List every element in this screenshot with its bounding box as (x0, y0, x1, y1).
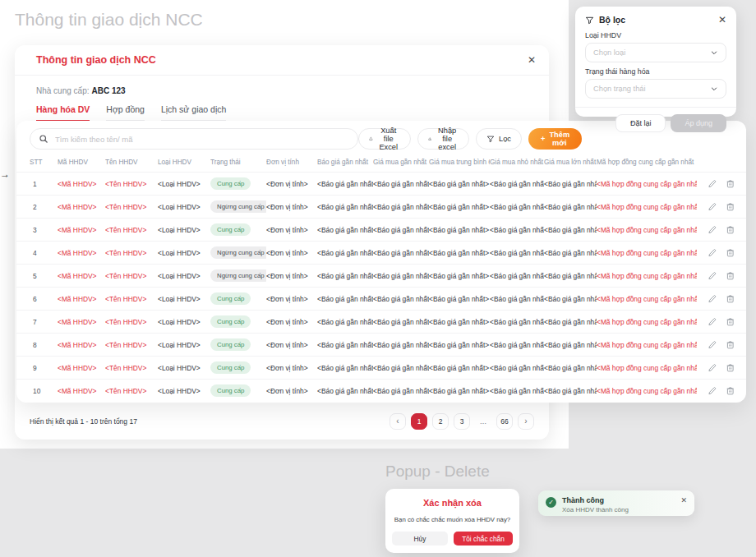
pagination-prev-button[interactable]: ‹ (390, 413, 406, 430)
delete-icon[interactable] (726, 271, 735, 281)
cell-don-vi-tinh: <Đơn vị tính> (266, 249, 317, 257)
apply-button[interactable]: Áp dụng (671, 114, 726, 132)
cell-bao-gia-gan-nhat: <Báo giá gần nhất> (317, 180, 373, 188)
pagination-pages: ‹ 123…66 › (390, 413, 534, 430)
cell-gia-mua-lon-nhat: <Báo giá gần nhất> (544, 226, 597, 234)
cell-don-vi-tinh: <Đơn vị tính> (266, 295, 317, 303)
cell-gia-mua-lon-nhat: <Báo giá gần nhất> (544, 272, 597, 280)
toast-close-icon[interactable]: ✕ (680, 497, 687, 504)
cell-loai-hhdv: <Loại HHDV> (158, 226, 210, 234)
add-new-button[interactable]: + Thêm mới (528, 128, 582, 150)
row-actions (697, 340, 738, 350)
edit-icon[interactable] (708, 386, 717, 396)
delete-icon[interactable] (726, 225, 735, 235)
filter-close-icon[interactable]: ✕ (718, 15, 726, 25)
cell-ma-hhdv: <Mã HHDV> (58, 295, 105, 303)
cell-gia-mua-trung-binh: <Báo giá gần nhất> (429, 226, 490, 234)
row-actions (697, 225, 738, 235)
edit-icon[interactable] (708, 340, 717, 350)
supplier-label: Nhà cung cấp: (36, 86, 90, 95)
tab-hang-hoa-dv[interactable]: Hàng hóa DV (36, 104, 90, 122)
column-header: Mã HHDV (58, 154, 105, 172)
cell-ma-hop-dong: <Mã hợp đồng cung cấp gần nhất> (597, 203, 697, 211)
delete-icon[interactable] (726, 386, 735, 396)
page-button[interactable]: 2 (432, 413, 449, 430)
delete-icon[interactable] (726, 179, 735, 189)
supplier-value: ABC 123 (92, 86, 126, 95)
cell-gia-mua-nho-nhat: <Báo giá gần nhất> (490, 203, 544, 211)
search-input[interactable] (30, 128, 358, 150)
delete-icon[interactable] (726, 248, 735, 258)
table-row: 8<Mã HHDV><Tên HHDV><Loại HHDV>Cung cấp<… (16, 333, 746, 356)
cell-ten-hhdv: <Tên HHDV> (105, 364, 158, 372)
chevron-down-icon (710, 48, 718, 57)
tab-lich-su-giao-dich[interactable]: Lịch sử giao dịch (161, 104, 226, 122)
modal-close-icon[interactable]: ✕ (528, 55, 536, 65)
cell-gia-mua-gan-nhat: <Báo giá gần nhất> (373, 249, 429, 257)
column-header: Mã hợp đồng cung cấp gần nhất (597, 154, 697, 172)
edit-icon[interactable] (708, 363, 717, 373)
row-actions (697, 248, 738, 258)
cell-gia-mua-nho-nhat: <Báo giá gần nhất> (490, 295, 544, 303)
cell-ma-hhdv: <Mã HHDV> (58, 249, 105, 257)
cell-stt: 5 (30, 272, 58, 280)
cell-gia-mua-trung-binh: <Báo giá gần nhất> (429, 180, 490, 188)
filter-button[interactable]: Lọc (476, 128, 522, 150)
row-actions (697, 294, 738, 304)
pagination-next-button[interactable]: › (518, 413, 534, 430)
page-button[interactable]: 66 (496, 413, 513, 430)
type-select-placeholder: Chọn loại (593, 48, 625, 57)
cell-ten-hhdv: <Tên HHDV> (105, 272, 158, 280)
delete-icon[interactable] (726, 294, 735, 304)
row-actions (697, 363, 738, 373)
edit-icon[interactable] (708, 202, 717, 212)
import-icon (428, 135, 432, 143)
cancel-button[interactable]: Hủy (392, 532, 448, 545)
cell-gia-mua-lon-nhat: <Báo giá gần nhất> (544, 387, 597, 395)
cell-don-vi-tinh: <Đơn vị tính> (266, 226, 317, 234)
filter-panel: Bộ lọc ✕ Loại HHDV Chọn loại Trạng thái … (575, 7, 736, 117)
cell-ma-hhdv: <Mã HHDV> (58, 180, 105, 188)
delete-icon[interactable] (726, 363, 735, 373)
cell-bao-gia-gan-nhat: <Báo giá gần nhất> (317, 364, 373, 372)
delete-dialog-title: Xác nhận xóa (385, 498, 519, 508)
status-select-placeholder: Chọn trạng thái (593, 85, 646, 93)
status-select[interactable]: Chọn trạng thái (585, 79, 726, 99)
edit-icon[interactable] (708, 179, 717, 189)
page-button[interactable]: 1 (411, 413, 427, 430)
add-new-label: Thêm mới (549, 131, 569, 147)
column-header-actions (697, 154, 738, 172)
cell-ma-hop-dong: <Mã hợp đồng cung cấp gần nhất> (597, 226, 697, 234)
cell-bao-gia-gan-nhat: <Báo giá gần nhất> (317, 203, 373, 211)
cell-gia-mua-gan-nhat: <Báo giá gần nhất> (373, 387, 429, 395)
toast-message: Xóa HHDV thành công (562, 506, 675, 513)
confirm-delete-button[interactable]: Tôi chắc chắn (454, 532, 513, 545)
type-select[interactable]: Chọn loại (585, 43, 726, 62)
column-header: Giá mua lớn nhất (544, 154, 597, 172)
reset-button[interactable]: Đặt lại (615, 114, 666, 132)
delete-icon[interactable] (726, 340, 735, 350)
cell-trang-thai: Cung cấp (210, 384, 266, 397)
edit-icon[interactable] (708, 294, 717, 304)
cell-gia-mua-lon-nhat: <Báo giá gần nhất> (544, 180, 597, 188)
cell-bao-gia-gan-nhat: <Báo giá gần nhất> (317, 295, 373, 303)
cell-ma-hhdv: <Mã HHDV> (58, 226, 105, 234)
search-wrap (30, 128, 358, 150)
edit-icon[interactable] (708, 271, 717, 281)
status-badge: Ngừng cung cấp (210, 269, 266, 282)
status-badge: Cung cấp (210, 292, 251, 305)
cell-trang-thai: Cung cấp (210, 361, 266, 374)
edit-icon[interactable] (708, 248, 717, 258)
export-excel-label: Xuất file Excel (377, 127, 400, 151)
page-button[interactable]: 3 (454, 413, 470, 430)
delete-icon[interactable] (726, 317, 735, 327)
import-excel-button[interactable]: Nhập file excel (417, 128, 469, 150)
cell-stt: 8 (30, 341, 58, 349)
delete-icon[interactable] (726, 202, 735, 212)
page-title: Thông tin giao dịch NCC (15, 10, 203, 30)
export-excel-button[interactable]: Xuất file Excel (358, 128, 411, 150)
tab-hop-dong[interactable]: Hợp đồng (106, 104, 145, 122)
edit-icon[interactable] (708, 225, 717, 235)
cell-bao-gia-gan-nhat: <Báo giá gần nhất> (317, 249, 373, 257)
edit-icon[interactable] (708, 317, 717, 327)
